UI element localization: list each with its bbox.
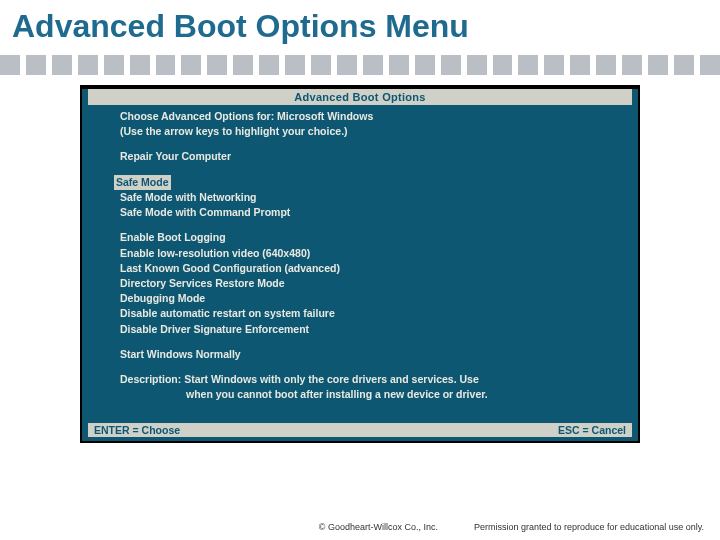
copyright-text: © Goodheart-Willcox Co., Inc.	[319, 522, 438, 532]
option-disable-auto-restart[interactable]: Disable automatic restart on system fail…	[120, 306, 610, 321]
boot-screenshot: Advanced Boot Options Choose Advanced Op…	[80, 85, 640, 443]
permission-text: Permission granted to reproduce for educ…	[474, 522, 704, 532]
option-boot-logging[interactable]: Enable Boot Logging	[120, 230, 610, 245]
description-line-1: Description: Start Windows with only the…	[120, 372, 610, 387]
option-start-normally[interactable]: Start Windows Normally	[120, 347, 610, 362]
option-debugging[interactable]: Debugging Mode	[120, 291, 610, 306]
esc-hint: ESC = Cancel	[558, 424, 626, 436]
option-repair[interactable]: Repair Your Computer	[120, 149, 610, 164]
option-disable-sig-enforcement[interactable]: Disable Driver Signature Enforcement	[120, 322, 610, 337]
option-ds-restore[interactable]: Directory Services Restore Mode	[120, 276, 610, 291]
description-line-2: when you cannot boot after installing a …	[120, 387, 610, 402]
slide-title: Advanced Boot Options Menu	[0, 0, 720, 49]
option-safe-mode-networking[interactable]: Safe Mode with Networking	[120, 190, 610, 205]
enter-hint: ENTER = Choose	[94, 424, 180, 436]
option-last-known-good[interactable]: Last Known Good Configuration (advanced)	[120, 261, 610, 276]
boot-header-bar: Advanced Boot Options	[88, 89, 632, 105]
slide-footer: © Goodheart-Willcox Co., Inc. Permission…	[0, 522, 720, 532]
option-low-res-video[interactable]: Enable low-resolution video (640x480)	[120, 246, 610, 261]
decorative-squares	[0, 55, 720, 75]
option-safe-mode-cmd[interactable]: Safe Mode with Command Prompt	[120, 205, 610, 220]
choose-line-2: (Use the arrow keys to highlight your ch…	[120, 124, 610, 139]
choose-line-1: Choose Advanced Options for: Microsoft W…	[120, 109, 610, 124]
option-safe-mode[interactable]: Safe Mode	[114, 175, 171, 190]
boot-footer-bar: ENTER = Choose ESC = Cancel	[88, 423, 632, 437]
